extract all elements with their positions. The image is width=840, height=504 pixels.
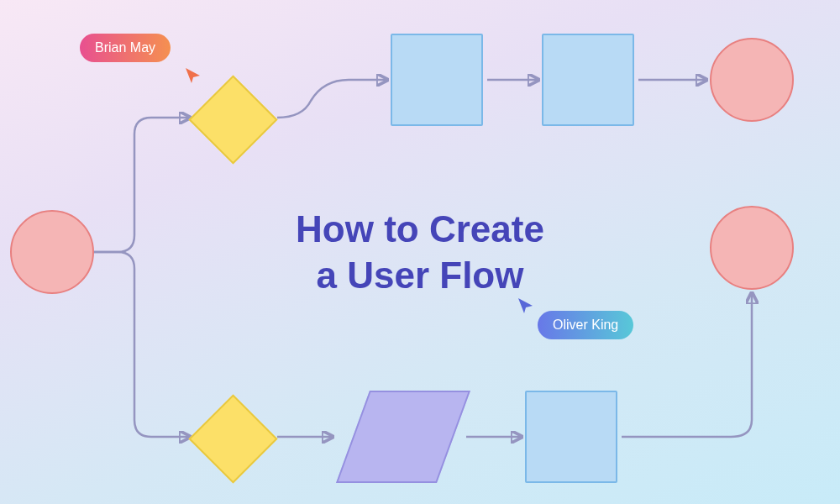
cursor-icon [516, 296, 536, 316]
process-node-bottom[interactable] [525, 391, 617, 483]
collaborator-label: Brian May [95, 40, 155, 55]
collaborator-badge-brian[interactable]: Brian May [80, 34, 171, 62]
start-node[interactable] [10, 210, 94, 294]
collaborator-label: Oliver King [553, 318, 618, 332]
decision-node-bottom[interactable] [188, 394, 277, 483]
page-title: How to Create a User Flow [296, 206, 544, 298]
io-node-bottom[interactable] [336, 391, 470, 483]
end-node-bottom[interactable] [710, 206, 794, 290]
collaborator-badge-oliver[interactable]: Oliver King [538, 311, 633, 339]
decision-node-top[interactable] [188, 75, 277, 164]
flowchart-canvas[interactable]: How to Create a User Flow Brian May Oliv… [0, 0, 840, 504]
end-node-top[interactable] [710, 38, 794, 122]
process-node-top-2[interactable] [542, 34, 634, 126]
process-node-top-1[interactable] [391, 34, 483, 126]
